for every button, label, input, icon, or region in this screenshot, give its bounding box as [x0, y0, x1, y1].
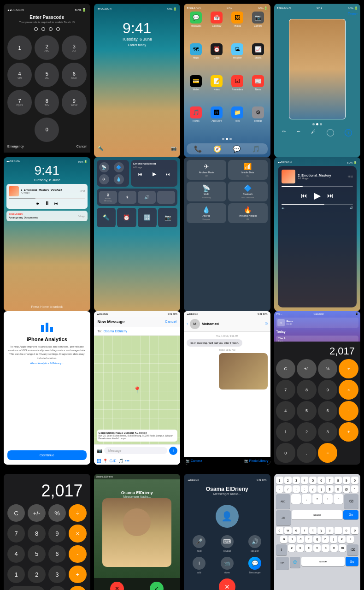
mobile-data-tile[interactable]: 📶 Mobile Data On — [228, 160, 268, 180]
flashlight-btn[interactable]: 🔦 — [97, 208, 116, 227]
calc-plusminus[interactable]: +/- — [297, 359, 317, 379]
kb-semicolon[interactable]: ; — [301, 485, 308, 493]
kb-comma[interactable]: , — [302, 494, 311, 504]
lc-9[interactable]: 9 — [48, 525, 66, 542]
back-button[interactable]: ‹ — [187, 322, 188, 326]
kb-1[interactable]: 1 — [276, 477, 283, 484]
calc-8[interactable]: 8 — [297, 380, 317, 400]
keypad-button[interactable]: ⌨ keypad — [216, 535, 239, 552]
kb-space2[interactable]: space — [301, 557, 345, 566]
done-button[interactable]: Done — [347, 12, 358, 16]
photo-library-btn[interactable]: 📷 Photo Library — [244, 459, 269, 463]
key-1[interactable]: 1 — [7, 35, 32, 60]
emergency-button[interactable]: Emergency — [7, 145, 23, 148]
app-camera[interactable]: 📷Camera — [249, 12, 268, 41]
brightness-btn[interactable]: ☀ — [118, 191, 136, 204]
volume-btn[interactable]: 🔊 — [138, 191, 156, 204]
calc-6[interactable]: 6 — [318, 401, 338, 421]
kb-0[interactable]: 0 — [351, 477, 358, 484]
kb-h[interactable]: h — [322, 536, 329, 543]
speaker-button[interactable]: 🔊 speaker — [243, 535, 267, 552]
lc-3[interactable]: 3 — [48, 566, 66, 583]
attachment-icon[interactable]: 📷 — [97, 448, 102, 453]
kb-go[interactable]: Go — [343, 510, 358, 519]
app-wallet[interactable]: 💳Wallet — [187, 75, 205, 105]
dock-music[interactable]: 🎵 — [252, 145, 260, 153]
kb-at[interactable]: @ — [343, 485, 350, 493]
app-files[interactable]: 📁Files — [228, 106, 247, 136]
airdrop-tile[interactable]: 💧 AirDrop Everyone — [187, 203, 226, 223]
app-messages[interactable]: 💬Messages — [187, 12, 205, 41]
app-news[interactable]: 📰News — [249, 75, 268, 105]
info-button[interactable]: ⓘ — [265, 322, 268, 326]
kb-n[interactable]: n — [330, 544, 338, 552]
kb-123b[interactable]: 123 — [276, 557, 289, 570]
calc-dot[interactable]: . — [297, 443, 317, 463]
flashlight-icon[interactable]: 🔦 — [98, 146, 103, 151]
app-stocks[interactable]: 📈Stocks — [249, 43, 268, 73]
dock-phone[interactable]: 📞 — [194, 145, 202, 153]
key-4[interactable]: 4GHI — [7, 63, 32, 87]
wifi-tile[interactable]: 📡 Wi-Fi Searching — [187, 182, 226, 201]
nm-send-button[interactable]: ↑ — [169, 447, 177, 455]
continue-button[interactable]: Continue — [7, 450, 87, 460]
analytics-link[interactable]: About Analytics & Privacy... — [30, 362, 64, 365]
kb-j[interactable]: j — [330, 536, 337, 543]
kb-q[interactable]: q — [276, 527, 283, 534]
attachment-location[interactable]: 📍 — [103, 459, 108, 463]
calc-divide[interactable]: ÷ — [339, 359, 358, 379]
airplane-tile[interactable]: ✈ Airplane Mode Off — [187, 160, 226, 180]
calc-5[interactable]: 5 — [297, 401, 317, 421]
pause-button[interactable]: ⏸ — [44, 200, 50, 206]
kb-v[interactable]: v — [313, 544, 321, 552]
key-7[interactable]: 7PQRS — [7, 90, 32, 114]
kb-i[interactable]: i — [335, 527, 342, 534]
lc-percent[interactable]: % — [48, 504, 66, 522]
messenger-button[interactable]: 💬 Messenger — [243, 557, 267, 574]
attachment-more[interactable]: ••• — [125, 459, 129, 463]
attachment-media[interactable]: 🖼 — [97, 459, 101, 463]
calc-4[interactable]: 4 — [276, 401, 296, 421]
airplane-toggle[interactable]: ✈ — [99, 174, 109, 184]
kb-e[interactable]: e — [293, 527, 300, 534]
kb-delete[interactable]: ⌫ — [344, 494, 358, 508]
kb-t[interactable]: t — [309, 527, 317, 534]
calc-3[interactable]: 3 — [318, 422, 338, 442]
add-icon[interactable]: + — [345, 129, 352, 136]
ml-rewind[interactable]: ⏮ — [301, 192, 307, 199]
lc-4[interactable]: 4 — [7, 545, 25, 563]
app-maps[interactable]: 🗺Maps — [187, 43, 205, 73]
kb-del2[interactable]: ⌫ — [347, 544, 358, 556]
kb-amp[interactable]: & — [335, 485, 342, 493]
lc-2[interactable]: 2 — [28, 566, 45, 583]
lc-divide[interactable]: ÷ — [69, 504, 86, 522]
kb-7[interactable]: 7 — [326, 477, 333, 484]
lc-plus[interactable]: + — [69, 566, 86, 583]
key-0[interactable]: 0 — [35, 118, 59, 142]
bluetooth-toggle[interactable]: 🔷 — [114, 162, 124, 172]
kb-d[interactable]: d — [297, 536, 304, 543]
video-button[interactable]: 📹 video — [216, 557, 239, 574]
attachment-gif[interactable]: GIF — [110, 459, 117, 463]
kb-g[interactable]: g — [313, 536, 321, 543]
attachment-music[interactable]: 🎵 — [118, 459, 123, 463]
kb-abc[interactable]: ABC — [276, 494, 290, 508]
dock-safari[interactable]: 🧭 — [213, 145, 221, 153]
key-9[interactable]: 9WXYZ — [62, 90, 86, 114]
camera-strip-btn[interactable]: 📷 Camera — [186, 459, 202, 463]
kb-period[interactable]: . — [291, 494, 301, 504]
kb-question[interactable]: ? — [312, 494, 322, 504]
lc-equals[interactable]: = — [69, 586, 86, 590]
calculator-btn[interactable]: 🔢 — [138, 208, 157, 227]
kb-4[interactable]: 4 — [301, 477, 308, 484]
camera-icon[interactable]: 📷 — [171, 146, 176, 151]
decline-button[interactable]: ✕ — [110, 582, 124, 590]
nm-input[interactable]: iMessage — [104, 447, 168, 454]
lc-5[interactable]: 5 — [28, 545, 45, 563]
app-clock[interactable]: ⏰Clock — [207, 43, 226, 73]
screen-mirror-btn[interactable]: 🖥 Screen Mirroring — [99, 191, 117, 204]
cc-forward[interactable]: ⏭ — [166, 172, 170, 177]
lc-c[interactable]: C — [7, 504, 25, 522]
ml-play[interactable]: ▶ — [314, 190, 321, 201]
calc-c[interactable]: C — [276, 359, 296, 379]
